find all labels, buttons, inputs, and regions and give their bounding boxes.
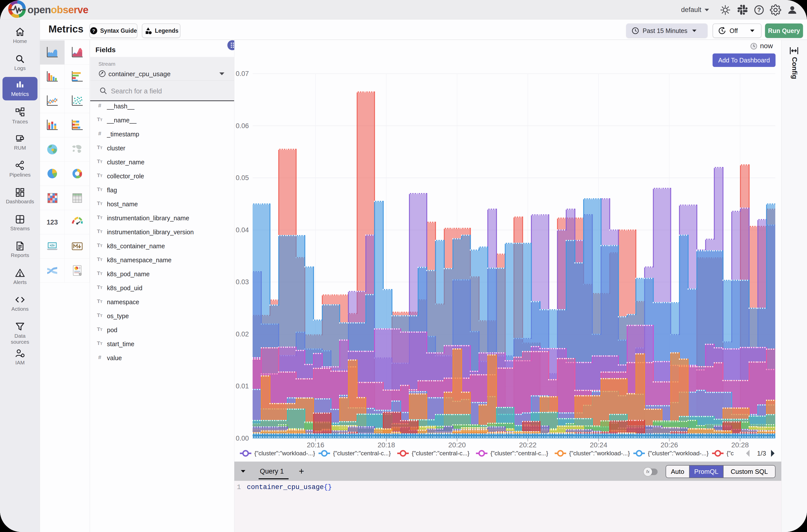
svg-text:</>: </>	[50, 244, 55, 247]
svg-text:0.00: 0.00	[236, 435, 249, 442]
svg-text:0.05: 0.05	[236, 174, 249, 182]
svg-text:0.01: 0.01	[236, 382, 249, 390]
svg-text:{"c: {"c	[727, 450, 734, 457]
svg-text:{"cluster":"central-c...}: {"cluster":"central-c...}	[412, 450, 469, 457]
svg-text:20:28: 20:28	[731, 441, 749, 449]
svg-text:?: ?	[92, 28, 95, 34]
svg-text:{"cluster":"central-c...}: {"cluster":"central-c...}	[333, 450, 391, 457]
svg-text:20:24: 20:24	[590, 441, 607, 449]
svg-text:{"cluster":"workload-...}: {"cluster":"workload-...}	[569, 450, 630, 457]
svg-text:20:18: 20:18	[377, 441, 395, 449]
svg-text:20:22: 20:22	[519, 441, 537, 449]
svg-text:openobserve: openobserve	[27, 4, 89, 15]
svg-text:20:20: 20:20	[448, 441, 466, 449]
svg-text:?: ?	[757, 6, 761, 13]
svg-text:0.03: 0.03	[236, 278, 249, 286]
svg-text:0.04: 0.04	[236, 226, 249, 234]
svg-text:{"cluster":"workload-...}: {"cluster":"workload-...}	[254, 450, 315, 457]
svg-text:0.02: 0.02	[236, 330, 249, 338]
svg-text:1/3: 1/3	[757, 450, 766, 457]
svg-text:20:16: 20:16	[307, 441, 324, 449]
svg-text:{"cluster":"workload-...}: {"cluster":"workload-...}	[648, 450, 709, 457]
svg-text:{"cluster":"central-c...}: {"cluster":"central-c...}	[490, 450, 548, 457]
svg-text:0.07: 0.07	[236, 70, 249, 77]
svg-text:0.06: 0.06	[236, 122, 249, 130]
svg-text:123: 123	[46, 218, 58, 226]
svg-text:20:26: 20:26	[661, 441, 678, 449]
